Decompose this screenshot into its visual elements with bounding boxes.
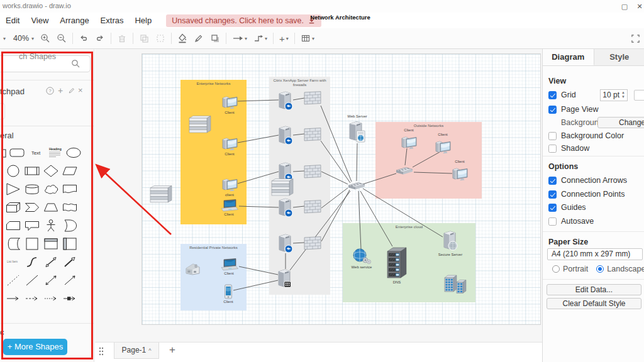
- section-misc[interactable]: c: [0, 327, 4, 337]
- section-general[interactable]: eral: [0, 131, 14, 140]
- help-icon[interactable]: ?: [46, 87, 54, 95]
- shape-tape[interactable]: [60, 199, 79, 216]
- tab-style[interactable]: Style: [594, 49, 644, 65]
- scratchpad-close-icon[interactable]: ×: [78, 85, 83, 95]
- canvas[interactable]: [95, 49, 542, 342]
- guides-checkbox[interactable]: [548, 204, 557, 212]
- shape-step[interactable]: [23, 199, 42, 216]
- page-tab[interactable]: Page-1^: [114, 343, 159, 359]
- waypoint-style-dropdown[interactable]: ▾: [250, 31, 270, 46]
- autosave-checkbox[interactable]: [548, 217, 557, 226]
- undo-button[interactable]: [75, 31, 92, 46]
- tab-diagram[interactable]: Diagram: [543, 49, 594, 65]
- zoom-in-button[interactable]: [37, 31, 53, 46]
- fullscreen-icon: [631, 34, 640, 43]
- background-color-checkbox[interactable]: [548, 132, 557, 140]
- scratchpad-add-icon[interactable]: +: [58, 85, 63, 96]
- menu-help[interactable]: Help: [129, 14, 157, 27]
- zoom-out-button[interactable]: [53, 31, 70, 46]
- shape-palette: TextHeadingList Item: [1, 143, 94, 307]
- shape-link3[interactable]: [42, 290, 60, 307]
- shape-arrow2[interactable]: [60, 253, 79, 270]
- shape-text[interactable]: Text: [26, 144, 45, 161]
- clear-default-style-button[interactable]: Clear Default Style: [547, 298, 641, 309]
- add-page-button[interactable]: +: [165, 344, 179, 356]
- menu-arrange[interactable]: Arrange: [54, 14, 94, 27]
- shadow-checkbox[interactable]: [548, 145, 557, 153]
- connection-points-checkbox[interactable]: [548, 190, 557, 199]
- to-front-button[interactable]: [136, 31, 152, 46]
- menu-items: EditViewArrangeExtrasHelp: [0, 14, 157, 27]
- shape-document[interactable]: [60, 180, 79, 197]
- toolbar: ▾ 40%▾ ▾ ▾ +▾ ▾: [0, 28, 644, 49]
- fill-color-button[interactable]: [174, 31, 191, 46]
- shadow-button[interactable]: [207, 31, 223, 46]
- shape-rounded[interactable]: [8, 144, 26, 161]
- shape-actor[interactable]: [42, 217, 60, 234]
- shape-or[interactable]: [60, 217, 79, 234]
- table-dropdown[interactable]: ▾: [297, 31, 318, 46]
- shape-parallelogram[interactable]: [60, 162, 79, 179]
- shape-ellipse[interactable]: [64, 144, 83, 161]
- shape-card[interactable]: [4, 217, 23, 234]
- grid-color-swatch[interactable]: [634, 90, 644, 101]
- shape-biarrow2[interactable]: [42, 253, 60, 270]
- shape-callout[interactable]: [23, 217, 42, 234]
- shape-listitem[interactable]: List Item: [4, 253, 23, 270]
- shape-heading[interactable]: Heading: [45, 144, 64, 161]
- shape-process[interactable]: [23, 162, 42, 179]
- menu-edit[interactable]: Edit: [0, 14, 25, 27]
- close-button[interactable]: ✕: [633, 1, 644, 11]
- shape-diamond[interactable]: [42, 162, 60, 179]
- shape-dashedline[interactable]: [4, 272, 23, 288]
- shape-triangle[interactable]: [4, 180, 23, 197]
- menu-extras[interactable]: Extras: [95, 14, 130, 27]
- shape-window[interactable]: [42, 235, 60, 252]
- zoom-dropdown[interactable]: 40%▾: [9, 31, 37, 46]
- background-change-button[interactable]: Change...: [597, 117, 644, 128]
- overlap-squares-icon: [139, 33, 149, 43]
- connection-points-label: Connection Points: [561, 190, 625, 199]
- to-back-button[interactable]: [152, 31, 169, 46]
- insert-dropdown[interactable]: +▾: [276, 31, 292, 46]
- shape-line[interactable]: [23, 272, 42, 288]
- scratchpad-item[interactable]: [0, 103, 5, 119]
- panel-tabs: Diagram Style: [543, 49, 644, 66]
- connection-arrows-checkbox[interactable]: [548, 177, 557, 185]
- shape-curve[interactable]: [23, 253, 42, 270]
- shape-rect-clipped[interactable]: [1, 144, 8, 161]
- portrait-radio[interactable]: [552, 265, 560, 273]
- page-tab-label: Page-1: [122, 346, 147, 354]
- edit-style-button[interactable]: [191, 31, 207, 46]
- unsaved-changes-banner[interactable]: Unsaved changes. Click here to save.: [166, 14, 321, 27]
- shape-square[interactable]: [23, 235, 42, 252]
- maximize-button[interactable]: ▢: [618, 1, 631, 11]
- edit-data-button[interactable]: Edit Data...: [547, 284, 641, 295]
- shape-link2[interactable]: [23, 290, 42, 307]
- menu-view[interactable]: View: [25, 14, 54, 27]
- shape-arrow[interactable]: [60, 272, 79, 288]
- view-dropdown[interactable]: ▾: [0, 31, 9, 46]
- format-panel-toggle[interactable]: [640, 31, 644, 46]
- shape-vcontainer[interactable]: [60, 235, 79, 252]
- pages-grip-icon[interactable]: [97, 345, 105, 358]
- shape-datastore[interactable]: [4, 235, 23, 252]
- shape-link[interactable]: [4, 290, 23, 307]
- shape-cube[interactable]: [4, 199, 23, 216]
- shape-cylinder[interactable]: [23, 180, 42, 197]
- connection-arrows-row: Connection Arrows: [548, 176, 627, 185]
- delete-button[interactable]: [114, 31, 130, 46]
- landscape-radio[interactable]: [596, 265, 604, 273]
- connection-style-dropdown[interactable]: ▾: [229, 31, 250, 46]
- scratchpad-edit-icon[interactable]: [68, 87, 75, 94]
- grid-checkbox[interactable]: [548, 91, 557, 99]
- shape-link4[interactable]: [60, 290, 79, 307]
- redo-button[interactable]: [92, 31, 108, 46]
- shape-circle[interactable]: [4, 162, 23, 179]
- page-view-checkbox[interactable]: [548, 106, 557, 114]
- shape-cloud[interactable]: [42, 180, 60, 197]
- shape-biarrow[interactable]: [42, 272, 60, 288]
- paper-size-select[interactable]: A4 (210 mm x 297 mm): [547, 248, 643, 260]
- more-shapes-button[interactable]: + More Shapes: [3, 339, 67, 355]
- shape-trapezoid[interactable]: [42, 199, 60, 216]
